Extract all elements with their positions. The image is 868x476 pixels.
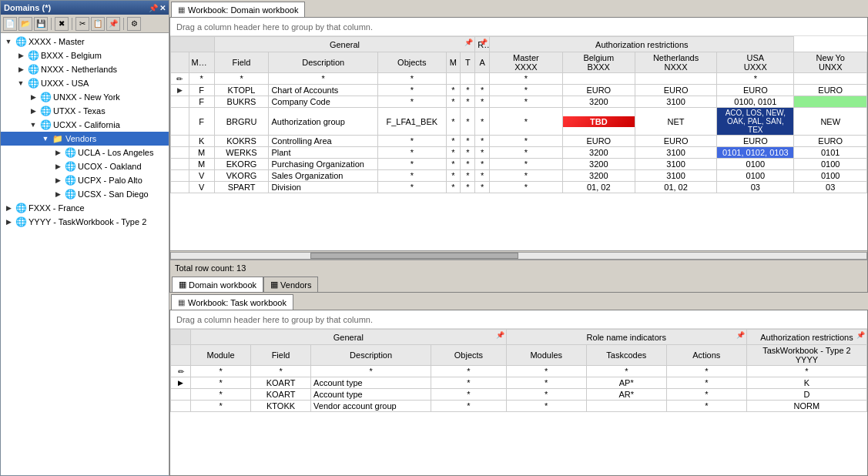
th-master[interactable]: MasterXXXX — [490, 52, 562, 73]
role2-pin[interactable]: 📌 — [736, 331, 745, 339]
workbook1-hscroll-thumb[interactable] — [310, 253, 519, 259]
expand-fxxx[interactable]: ▶ — [2, 202, 15, 214]
tree-item-ucox[interactable]: ▶ 🌐 UCOX - Oakland — [1, 159, 169, 173]
expand-ucox[interactable]: ▶ — [52, 160, 64, 173]
th-a[interactable]: A — [475, 52, 490, 73]
tree-label-fxxx: FXXX - France — [28, 203, 85, 213]
th-netherlands[interactable]: NetherlandsNXXX — [635, 52, 716, 73]
toolbar-paste-btn[interactable]: 📌 — [106, 17, 120, 31]
filter-m[interactable] — [446, 73, 461, 85]
th2-desc[interactable]: Description — [311, 345, 431, 366]
tree-item-vendors[interactable]: ▼ 📁 Vendors — [1, 132, 169, 146]
th2-objects[interactable]: Objects — [431, 345, 507, 366]
workbook1-hscroll-area[interactable] — [170, 250, 867, 260]
filter-desc[interactable]: * — [269, 73, 378, 85]
filter2-desc[interactable]: * — [311, 366, 431, 377]
toolbar-save-btn[interactable]: 💾 — [34, 17, 48, 31]
expand-unxx[interactable]: ▶ — [27, 91, 39, 103]
globe-icon-ucpx: 🌐 — [64, 175, 76, 186]
tree-item-ucpx[interactable]: ▶ 🌐 UCPX - Palo Alto — [1, 173, 169, 187]
toolbar-copy-btn[interactable]: 📋 — [91, 17, 105, 31]
tree-label-ucox: UCOX - Oakland — [78, 162, 142, 171]
th-newyork[interactable]: New YoUNXX — [794, 52, 867, 73]
th2-actions[interactable]: Actions — [666, 345, 746, 366]
expand-uxxx[interactable]: ▼ — [15, 77, 27, 89]
tree-item-uxxx[interactable]: ▼ 🌐 UXXX - USA — [1, 76, 169, 90]
filter2-field[interactable]: * — [251, 366, 311, 377]
filter-modu[interactable]: * — [189, 73, 214, 85]
tree-item-utxx[interactable]: ▶ 🌐 UTXX - Texas — [1, 104, 169, 118]
th-t[interactable]: T — [461, 52, 475, 73]
filter-master[interactable]: * — [490, 73, 562, 85]
expand-master[interactable]: ▼ — [2, 35, 15, 48]
expand-yyyy[interactable]: ▶ — [2, 216, 15, 228]
tree-item-master[interactable]: ▼ 🌐 XXXX - Master — [1, 35, 169, 49]
tab-vendors[interactable]: ▦ Vendors — [263, 277, 318, 292]
general-pin[interactable]: 📌 — [464, 39, 473, 46]
tab-domain-workbook[interactable]: ▦ Domain workbook — [172, 277, 263, 292]
expand-ucxx[interactable]: ▼ — [27, 119, 39, 131]
filter2-taskcodes[interactable]: * — [586, 366, 666, 377]
th-field[interactable]: Field — [214, 52, 269, 73]
tree-item-fxxx[interactable]: ▶ 🌐 FXXX - France — [1, 201, 169, 215]
toolbar-new-btn[interactable]: 📄 — [3, 17, 17, 31]
filter2-modules[interactable]: * — [506, 366, 586, 377]
workbook1-grid-container[interactable]: General 📌 Rol 📌 Authorization restrictio… — [170, 36, 867, 250]
tree-item-yyyy[interactable]: ▶ 🌐 YYYY - TaskWorkbook - Type 2 — [1, 215, 169, 229]
filter-netherlands[interactable] — [635, 73, 716, 85]
toolbar-props-btn[interactable]: ⚙ — [127, 17, 141, 31]
sidebar-close-btn[interactable]: ✕ — [159, 4, 166, 12]
th2-modules[interactable]: Modules — [506, 345, 586, 366]
expand-bxxx[interactable]: ▶ — [15, 49, 27, 62]
filter-belgium[interactable] — [562, 73, 635, 85]
filter-edit-icon[interactable]: ✏ — [171, 73, 189, 85]
sidebar-pin-btn[interactable]: 📌 — [149, 4, 158, 12]
th-m[interactable]: M — [446, 52, 461, 73]
filter2-module[interactable]: * — [191, 366, 251, 377]
rol-pin[interactable]: 📌 — [479, 39, 488, 46]
workbook1-hscroll[interactable] — [170, 252, 867, 260]
toolbar-delete-btn[interactable]: ✖ — [55, 17, 69, 31]
workbook2-grid-container[interactable]: General 📌 Role name indicators 📌 Authori… — [170, 329, 867, 475]
toolbar-open-btn[interactable]: 📂 — [18, 17, 32, 31]
tree-item-ucla[interactable]: ▶ 🌐 UCLA - Los Angeles — [1, 146, 169, 159]
separator1 — [51, 18, 52, 30]
tree-item-ucxx[interactable]: ▼ 🌐 UCXX - California — [1, 118, 169, 132]
tree-item-unxx[interactable]: ▶ 🌐 UNXX - New York — [1, 90, 169, 104]
filter-usa[interactable]: * — [717, 73, 794, 85]
row2-arrow-1[interactable]: ▶ — [171, 377, 191, 389]
th-usa[interactable]: USAUXXX — [717, 52, 794, 73]
th2-taskcodes[interactable]: Taskcodes — [586, 345, 666, 366]
filter2-actions[interactable]: * — [666, 366, 746, 377]
th2-module[interactable]: Module — [191, 345, 251, 366]
expand-ucsx[interactable]: ▶ — [52, 188, 64, 200]
filter-field[interactable]: * — [214, 73, 269, 85]
tree-item-nxxx[interactable]: ▶ 🌐 NXXX - Netherlands — [1, 62, 169, 76]
filter2-edit[interactable]: ✏ — [171, 366, 191, 377]
filter2-objects[interactable]: * — [431, 366, 507, 377]
expand-ucla[interactable]: ▶ — [52, 146, 64, 159]
general2-pin[interactable]: 📌 — [496, 331, 504, 339]
workbook2-tab[interactable]: ▦ Workbook: Task workbook — [171, 294, 293, 310]
expand-utxx[interactable]: ▶ — [27, 105, 39, 117]
expand-vendors[interactable]: ▼ — [39, 132, 52, 145]
th2-taskwb[interactable]: TaskWorkbook - Type 2YYYY — [746, 345, 866, 366]
tree-item-bxxx[interactable]: ▶ 🌐 BXXX - Belgium — [1, 49, 169, 62]
th-desc[interactable]: Description — [269, 52, 378, 73]
toolbar-cut-btn[interactable]: ✂ — [75, 17, 89, 31]
filter-objects[interactable]: * — [378, 73, 447, 85]
row-arrow-1[interactable]: ▶ — [171, 85, 189, 96]
expand-ucpx[interactable]: ▶ — [52, 174, 64, 186]
th-belgium[interactable]: BelgiumBXXX — [562, 52, 635, 73]
tree-item-ucsx[interactable]: ▶ 🌐 UCSX - San Diego — [1, 187, 169, 201]
filter-newyork[interactable] — [794, 73, 867, 85]
filter-t[interactable] — [461, 73, 475, 85]
workbook1-tab[interactable]: ▦ Workbook: Domain workbook — [171, 2, 305, 17]
filter2-taskwb[interactable]: * — [746, 366, 866, 377]
th-objects[interactable]: Objects — [378, 52, 447, 73]
auth2-pin[interactable]: 📌 — [856, 331, 865, 339]
expand-nxxx[interactable]: ▶ — [15, 63, 27, 75]
th-modu[interactable]: Modu — [189, 52, 214, 73]
filter-a[interactable] — [475, 73, 490, 85]
th2-field[interactable]: Field — [251, 345, 311, 366]
